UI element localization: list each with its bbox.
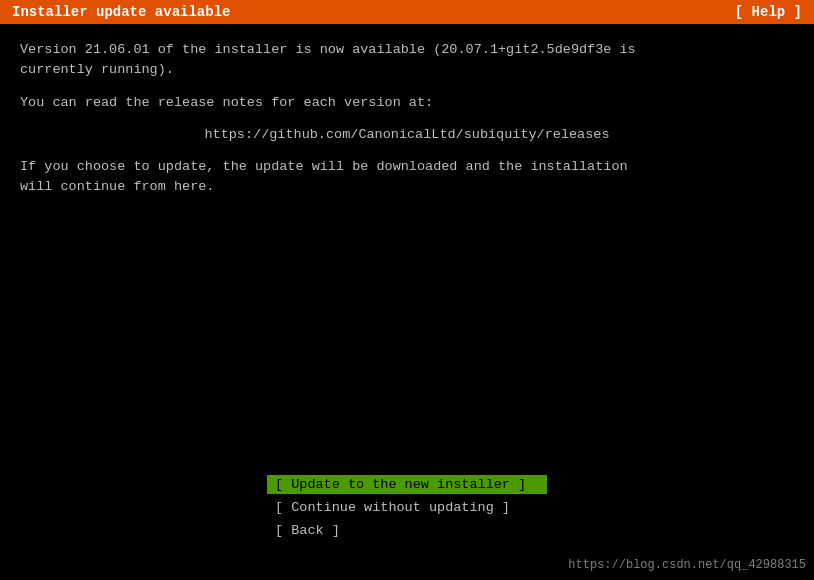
title-bar: Installer update available [ Help ]: [0, 0, 814, 24]
update-info-line: If you choose to update, the update will…: [20, 157, 794, 198]
release-notes-line: You can read the release notes for each …: [20, 93, 794, 113]
url-line: https://github.com/CanonicalLtd/subiquit…: [20, 125, 794, 145]
title-text: Installer update available: [12, 4, 230, 20]
version-line: Version 21.06.01 of the installer is now…: [20, 40, 794, 81]
watermark: https://blog.csdn.net/qq_42988315: [568, 558, 806, 572]
update-button[interactable]: [ Update to the new installer ]: [267, 475, 547, 494]
screen: Installer update available [ Help ] Vers…: [0, 0, 814, 580]
content-area: Version 21.06.01 of the installer is now…: [0, 24, 814, 226]
continue-button[interactable]: [ Continue without updating ]: [267, 498, 547, 517]
buttons-area: [ Update to the new installer ] [ Contin…: [0, 475, 814, 540]
back-button[interactable]: [ Back ]: [267, 521, 547, 540]
help-button[interactable]: [ Help ]: [735, 4, 802, 20]
